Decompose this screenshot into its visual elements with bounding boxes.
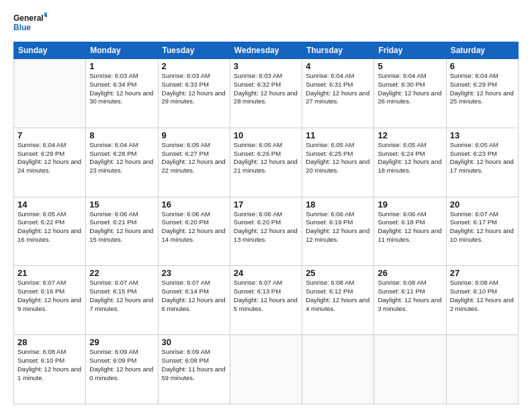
svg-text:General: General: [13, 13, 44, 23]
day-info: Sunrise: 6:05 AMSunset: 6:24 PMDaylight:…: [378, 141, 442, 175]
day-info: Sunrise: 6:07 AMSunset: 6:14 PMDaylight:…: [162, 279, 226, 313]
day-info: Sunrise: 6:05 AMSunset: 6:23 PMDaylight:…: [450, 141, 515, 175]
day-number: 11: [306, 130, 370, 140]
calendar-cell: 2Sunrise: 6:03 AMSunset: 6:33 PMDaylight…: [158, 59, 230, 128]
calendar-cell: [374, 335, 446, 404]
calendar-cell: 8Sunrise: 6:04 AMSunset: 6:28 PMDaylight…: [86, 128, 158, 197]
calendar-cell: 11Sunrise: 6:05 AMSunset: 6:25 PMDayligh…: [302, 128, 374, 197]
logo: General Blue: [13, 11, 47, 35]
col-header-sunday: Sunday: [14, 42, 86, 59]
day-number: 17: [234, 199, 298, 210]
day-number: 25: [306, 268, 370, 278]
day-info: Sunrise: 6:06 AMSunset: 6:20 PMDaylight:…: [162, 210, 226, 244]
calendar-cell: 4Sunrise: 6:04 AMSunset: 6:31 PMDaylight…: [302, 59, 374, 128]
day-number: 10: [234, 130, 298, 140]
calendar-cell: 12Sunrise: 6:05 AMSunset: 6:24 PMDayligh…: [374, 128, 446, 197]
calendar-week-5: 28Sunrise: 6:08 AMSunset: 6:10 PMDayligh…: [14, 335, 519, 404]
day-number: 2: [162, 61, 226, 71]
day-info: Sunrise: 6:07 AMSunset: 6:15 PMDaylight:…: [89, 279, 154, 313]
day-number: 21: [17, 268, 82, 278]
calendar-cell: 29Sunrise: 6:09 AMSunset: 6:09 PMDayligh…: [86, 335, 158, 404]
col-header-wednesday: Wednesday: [230, 42, 302, 59]
calendar-cell: 27Sunrise: 6:08 AMSunset: 6:10 PMDayligh…: [446, 266, 518, 335]
day-number: 1: [89, 61, 154, 71]
day-info: Sunrise: 6:08 AMSunset: 6:11 PMDaylight:…: [378, 279, 442, 313]
day-info: Sunrise: 6:08 AMSunset: 6:10 PMDaylight:…: [450, 279, 515, 313]
col-header-monday: Monday: [86, 42, 158, 59]
calendar-cell: 25Sunrise: 6:08 AMSunset: 6:12 PMDayligh…: [302, 266, 374, 335]
day-info: Sunrise: 6:08 AMSunset: 6:12 PMDaylight:…: [306, 279, 370, 313]
calendar-cell: 30Sunrise: 6:09 AMSunset: 6:08 PMDayligh…: [158, 335, 230, 404]
day-info: Sunrise: 6:09 AMSunset: 6:08 PMDaylight:…: [162, 348, 226, 382]
day-info: Sunrise: 6:07 AMSunset: 6:16 PMDaylight:…: [17, 279, 82, 313]
calendar-cell: 10Sunrise: 6:05 AMSunset: 6:26 PMDayligh…: [230, 128, 302, 197]
day-info: Sunrise: 6:05 AMSunset: 6:26 PMDaylight:…: [234, 141, 298, 175]
calendar-cell: 26Sunrise: 6:08 AMSunset: 6:11 PMDayligh…: [374, 266, 446, 335]
day-number: 30: [162, 337, 226, 347]
day-info: Sunrise: 6:06 AMSunset: 6:20 PMDaylight:…: [234, 210, 298, 244]
calendar-cell: 3Sunrise: 6:03 AMSunset: 6:32 PMDaylight…: [230, 59, 302, 128]
day-info: Sunrise: 6:04 AMSunset: 6:29 PMDaylight:…: [17, 141, 82, 175]
day-number: 16: [162, 199, 226, 210]
day-info: Sunrise: 6:04 AMSunset: 6:29 PMDaylight:…: [450, 72, 515, 106]
day-info: Sunrise: 6:03 AMSunset: 6:34 PMDaylight:…: [89, 72, 154, 106]
calendar-cell: 5Sunrise: 6:04 AMSunset: 6:30 PMDaylight…: [374, 59, 446, 128]
day-number: 19: [378, 199, 442, 210]
day-info: Sunrise: 6:04 AMSunset: 6:30 PMDaylight:…: [378, 72, 442, 106]
day-number: 28: [17, 337, 82, 347]
col-header-thursday: Thursday: [302, 42, 374, 59]
calendar-cell: 21Sunrise: 6:07 AMSunset: 6:16 PMDayligh…: [14, 266, 86, 335]
calendar-cell: 7Sunrise: 6:04 AMSunset: 6:29 PMDaylight…: [14, 128, 86, 197]
day-info: Sunrise: 6:03 AMSunset: 6:33 PMDaylight:…: [162, 72, 226, 106]
calendar-cell: 18Sunrise: 6:06 AMSunset: 6:19 PMDayligh…: [302, 197, 374, 266]
col-header-friday: Friday: [374, 42, 446, 59]
day-number: 29: [89, 337, 154, 347]
calendar-cell: 16Sunrise: 6:06 AMSunset: 6:20 PMDayligh…: [158, 197, 230, 266]
calendar-cell: 14Sunrise: 6:05 AMSunset: 6:22 PMDayligh…: [14, 197, 86, 266]
calendar-cell: 15Sunrise: 6:06 AMSunset: 6:21 PMDayligh…: [86, 197, 158, 266]
calendar-cell: 28Sunrise: 6:08 AMSunset: 6:10 PMDayligh…: [14, 335, 86, 404]
day-number: 6: [450, 61, 515, 71]
day-number: 4: [306, 61, 370, 71]
day-info: Sunrise: 6:05 AMSunset: 6:25 PMDaylight:…: [306, 141, 370, 175]
calendar-cell: [14, 59, 86, 128]
calendar-cell: 1Sunrise: 6:03 AMSunset: 6:34 PMDaylight…: [86, 59, 158, 128]
day-number: 12: [378, 130, 442, 140]
svg-text:Blue: Blue: [13, 23, 31, 32]
calendar-cell: 24Sunrise: 6:07 AMSunset: 6:13 PMDayligh…: [230, 266, 302, 335]
col-header-tuesday: Tuesday: [158, 42, 230, 59]
calendar-cell: 19Sunrise: 6:06 AMSunset: 6:18 PMDayligh…: [374, 197, 446, 266]
day-info: Sunrise: 6:03 AMSunset: 6:32 PMDaylight:…: [234, 72, 298, 106]
day-number: 14: [17, 199, 82, 210]
calendar-week-4: 21Sunrise: 6:07 AMSunset: 6:16 PMDayligh…: [14, 266, 519, 335]
calendar-week-3: 14Sunrise: 6:05 AMSunset: 6:22 PMDayligh…: [14, 197, 519, 266]
logo-svg: General Blue: [13, 11, 47, 35]
day-info: Sunrise: 6:06 AMSunset: 6:21 PMDaylight:…: [89, 210, 154, 244]
calendar-header-row: SundayMondayTuesdayWednesdayThursdayFrid…: [14, 42, 519, 59]
day-number: 18: [306, 199, 370, 210]
day-info: Sunrise: 6:04 AMSunset: 6:28 PMDaylight:…: [89, 141, 154, 175]
day-number: 20: [450, 199, 515, 210]
calendar-cell: 6Sunrise: 6:04 AMSunset: 6:29 PMDaylight…: [446, 59, 518, 128]
day-info: Sunrise: 6:06 AMSunset: 6:19 PMDaylight:…: [306, 210, 370, 244]
calendar-week-2: 7Sunrise: 6:04 AMSunset: 6:29 PMDaylight…: [14, 128, 519, 197]
day-number: 22: [89, 268, 154, 278]
calendar-cell: [302, 335, 374, 404]
calendar-cell: [446, 335, 518, 404]
day-info: Sunrise: 6:07 AMSunset: 6:17 PMDaylight:…: [450, 210, 515, 244]
day-info: Sunrise: 6:05 AMSunset: 6:22 PMDaylight:…: [17, 210, 82, 244]
day-number: 9: [162, 130, 226, 140]
day-number: 23: [162, 268, 226, 278]
day-number: 5: [378, 61, 442, 71]
header: General Blue: [13, 11, 519, 35]
calendar-cell: 13Sunrise: 6:05 AMSunset: 6:23 PMDayligh…: [446, 128, 518, 197]
day-info: Sunrise: 6:04 AMSunset: 6:31 PMDaylight:…: [306, 72, 370, 106]
day-number: 8: [89, 130, 154, 140]
calendar-cell: 9Sunrise: 6:05 AMSunset: 6:27 PMDaylight…: [158, 128, 230, 197]
day-info: Sunrise: 6:06 AMSunset: 6:18 PMDaylight:…: [378, 210, 442, 244]
day-number: 26: [378, 268, 442, 278]
day-number: 13: [450, 130, 515, 140]
day-number: 15: [89, 199, 154, 210]
calendar-cell: 20Sunrise: 6:07 AMSunset: 6:17 PMDayligh…: [446, 197, 518, 266]
calendar-cell: 17Sunrise: 6:06 AMSunset: 6:20 PMDayligh…: [230, 197, 302, 266]
